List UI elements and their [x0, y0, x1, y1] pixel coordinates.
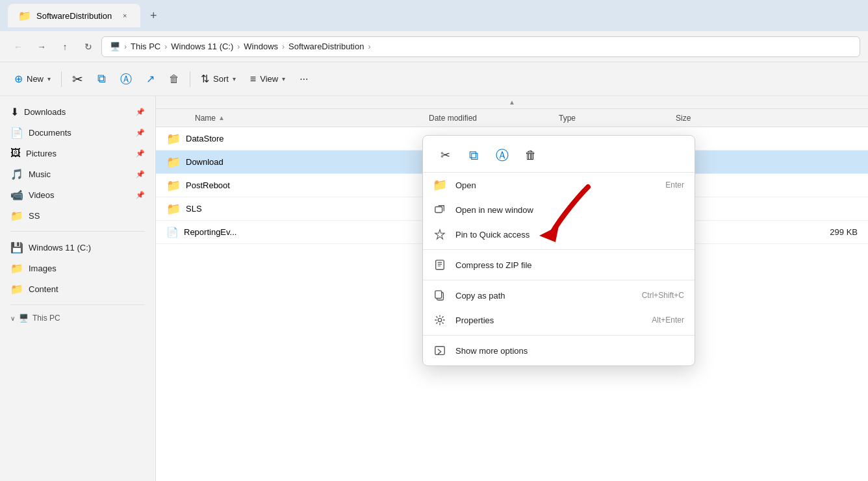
sidebar-label-windows-drive: Windows 11 (C:) — [29, 243, 91, 253]
sidebar-label-content: Content — [29, 284, 58, 294]
content-folder-icon: 📁 — [10, 283, 23, 295]
ctx-divider-3 — [423, 335, 695, 336]
sidebar-item-downloads[interactable]: ⬇ Downloads 📌 — [0, 101, 155, 122]
navigation-bar: ← → ↑ ↻ 🖥️ › This PC › Windows 11 (C:) ›… — [0, 31, 868, 62]
new-tab-button[interactable]: + — [143, 5, 164, 26]
address-bar[interactable]: 🖥️ › This PC › Windows 11 (C:) › Windows… — [101, 36, 860, 57]
ctx-new-window-icon — [433, 203, 446, 216]
tab-title: SoftwareDistribution — [36, 11, 112, 21]
sidebar-item-windows-drive[interactable]: 💾 Windows 11 (C:) — [0, 237, 155, 258]
copy-icon: ⧉ — [97, 72, 106, 86]
toolbar: ⊕ New ▾ ✂ ⧉ Ⓐ ↗ 🗑 ⇅ Sort ▾ ≡ View ▾ ··· — [0, 62, 868, 96]
ctx-compress[interactable]: Compress to ZIP file — [423, 253, 695, 277]
ctx-rename-button[interactable]: Ⓐ — [491, 143, 514, 167]
sidebar-this-pc[interactable]: ∨ 🖥️ This PC — [0, 310, 155, 326]
copy-button[interactable]: ⧉ — [91, 68, 112, 91]
toolbar-separator-2 — [190, 71, 190, 87]
pin-icon-pictures: 📌 — [136, 149, 145, 158]
sidebar-item-pictures[interactable]: 🖼 Pictures 📌 — [0, 143, 155, 164]
ctx-show-more[interactable]: Show more options — [423, 338, 695, 363]
pictures-icon: 🖼 — [10, 147, 21, 159]
cut-icon: ✂ — [72, 71, 83, 87]
sidebar-label-documents: Documents — [29, 128, 71, 138]
new-dropdown-icon: ▾ — [47, 75, 51, 82]
ss-folder-icon: 📁 — [10, 210, 23, 222]
more-icon: ··· — [300, 73, 308, 85]
address-drive: Windows 11 (C:) — [171, 42, 233, 51]
ctx-properties-icon — [433, 314, 446, 327]
address-folder: SoftwareDistribution — [288, 42, 364, 51]
pin-icon-downloads: 📌 — [136, 108, 145, 116]
sidebar-label-pictures: Pictures — [26, 149, 57, 158]
videos-icon: 📹 — [10, 189, 23, 201]
sidebar-item-documents[interactable]: 📄 Documents 📌 — [0, 122, 155, 143]
this-pc-label: This PC — [32, 314, 60, 323]
view-dropdown-icon: ▾ — [282, 75, 285, 82]
up-button[interactable]: ↑ — [55, 36, 75, 57]
ctx-open-label: Open — [455, 180, 656, 190]
ctx-cut-button[interactable]: ✂ — [433, 143, 457, 167]
context-menu-overlay: ✂ ⧉ Ⓐ 🗑 📁 Ope — [156, 96, 868, 481]
ctx-copy-path[interactable]: Copy as path Ctrl+Shift+C — [423, 283, 695, 308]
ctx-rename-icon: Ⓐ — [496, 147, 509, 164]
ctx-copy-button[interactable]: ⧉ — [462, 143, 485, 167]
delete-icon: 🗑 — [169, 73, 179, 85]
delete-button[interactable]: 🗑 — [162, 68, 186, 91]
share-icon: ↗ — [146, 73, 155, 85]
new-label: New — [27, 74, 44, 84]
forward-button[interactable]: → — [31, 36, 52, 57]
context-menu-toolbar: ✂ ⧉ Ⓐ 🗑 — [423, 138, 695, 173]
ctx-pin[interactable]: Pin to Quick access — [423, 222, 695, 247]
svg-rect-3 — [435, 291, 442, 299]
svg-rect-0 — [435, 207, 442, 213]
ctx-open-new-window[interactable]: Open in new window — [423, 197, 695, 222]
tab-close-button[interactable]: × — [120, 10, 130, 21]
sidebar: ⬇ Downloads 📌 📄 Documents 📌 🖼 Pictures 📌… — [0, 96, 156, 481]
pin-icon-videos: 📌 — [136, 191, 145, 199]
sidebar-item-music[interactable]: 🎵 Music 📌 — [0, 164, 155, 184]
ctx-divider-1 — [423, 249, 695, 250]
documents-icon: 📄 — [10, 127, 23, 139]
sidebar-item-ss[interactable]: 📁 SS — [0, 205, 155, 226]
toolbar-separator-1 — [61, 71, 62, 87]
sort-button[interactable]: ⇅ Sort ▾ — [194, 68, 242, 91]
active-tab[interactable]: 📁 SoftwareDistribution × — [8, 4, 140, 27]
back-button[interactable]: ← — [8, 36, 29, 57]
ctx-open-icon: 📁 — [433, 179, 446, 191]
content-area: ▲ Name ▲ Date modified Type Size 📁 DataS… — [156, 96, 868, 481]
view-button[interactable]: ≡ View ▾ — [244, 68, 292, 91]
sidebar-item-videos[interactable]: 📹 Videos 📌 — [0, 184, 155, 205]
view-label: View — [260, 74, 278, 84]
ctx-open[interactable]: 📁 Open Enter — [423, 173, 695, 197]
sort-icon: ⇅ — [201, 73, 209, 85]
ctx-show-more-label: Show more options — [455, 346, 684, 356]
rename-button[interactable]: Ⓐ — [114, 68, 138, 91]
sidebar-divider — [10, 231, 145, 232]
ctx-properties-shortcut: Alt+Enter — [652, 315, 684, 325]
sidebar-item-content[interactable]: 📁 Content — [0, 278, 155, 299]
ctx-show-more-icon — [433, 344, 446, 357]
title-bar: 📁 SoftwareDistribution × + — [0, 0, 868, 31]
ctx-properties[interactable]: Properties Alt+Enter — [423, 308, 695, 332]
view-icon: ≡ — [250, 73, 256, 85]
cut-button[interactable]: ✂ — [66, 68, 90, 91]
context-menu: ✂ ⧉ Ⓐ 🗑 📁 Ope — [422, 135, 695, 366]
sidebar-divider-2 — [10, 304, 145, 305]
images-folder-icon: 📁 — [10, 262, 23, 275]
ctx-compress-label: Compress to ZIP file — [455, 260, 684, 270]
ctx-divider-2 — [423, 280, 695, 280]
more-options-button[interactable]: ··· — [293, 68, 314, 91]
ctx-compress-icon — [433, 258, 446, 271]
ctx-copy-path-shortcut: Ctrl+Shift+C — [642, 291, 684, 300]
this-pc-icon: 🖥️ — [19, 314, 29, 323]
sidebar-label-downloads: Downloads — [24, 107, 66, 117]
ctx-delete-button[interactable]: 🗑 — [519, 143, 542, 167]
sidebar-label-ss: SS — [29, 211, 40, 221]
expand-icon: ∨ — [10, 315, 15, 322]
new-button[interactable]: ⊕ New ▾ — [8, 68, 57, 91]
share-button[interactable]: ↗ — [140, 68, 161, 91]
sort-dropdown-icon: ▾ — [233, 75, 236, 82]
ctx-copy-path-label: Copy as path — [455, 291, 633, 301]
sidebar-item-images[interactable]: 📁 Images — [0, 258, 155, 278]
refresh-button[interactable]: ↻ — [78, 36, 99, 57]
